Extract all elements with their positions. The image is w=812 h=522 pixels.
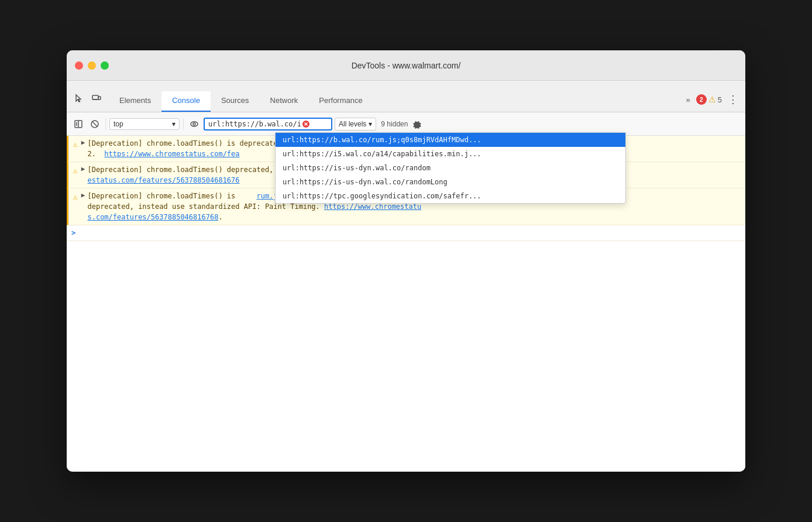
console-prompt: > — [71, 228, 75, 238]
dropdown-arrow: ▾ — [172, 120, 176, 128]
tab-console[interactable]: Console — [161, 91, 211, 112]
filter-input[interactable] — [208, 120, 302, 128]
settings-button[interactable] — [410, 117, 424, 131]
more-options-button[interactable]: ⋮ — [725, 93, 741, 106]
svg-point-8 — [191, 122, 198, 126]
tab-performance[interactable]: Performance — [308, 91, 373, 112]
expand-arrow-2[interactable]: ▶ — [81, 164, 85, 174]
tabs: Elements Console Sources Network Perform… — [109, 91, 373, 112]
warning-icon-1: ⚠ — [73, 139, 78, 150]
svg-rect-1 — [98, 97, 101, 99]
autocomplete-item-4[interactable]: url:https://tpc.googlesyndication.com/sa… — [276, 189, 625, 203]
toolbar-separator-2 — [183, 118, 184, 130]
autocomplete-dropdown: url:https://b.wal.co/rum.js;q0s8mjRVdAHf… — [275, 132, 626, 204]
tab-network[interactable]: Network — [260, 91, 309, 112]
maximize-button[interactable] — [101, 61, 109, 70]
clear-filter-button[interactable] — [302, 120, 310, 128]
eye-icon[interactable] — [187, 117, 201, 131]
window-title: DevTools - www.walmart.com/ — [352, 61, 461, 70]
console-toolbar: top ▾ All levels ▾ 9 hidden — [67, 112, 745, 136]
title-bar: DevTools - www.walmart.com/ — [67, 50, 745, 81]
warning-icon-3: ⚠ — [73, 191, 78, 203]
devtools-window: DevTools - www.walmart.com/ Elements — [67, 50, 745, 472]
tab-bar: Elements Console Sources Network Perform… — [67, 81, 745, 112]
chromestatus-link-1[interactable]: https://www.chromestatus.com/fea — [104, 150, 239, 158]
error-badge: 2 ⚠ 5 — [696, 94, 722, 105]
autocomplete-item-3[interactable]: url:https://is-us-dyn.wal.co/randomLong — [276, 175, 625, 189]
minimize-button[interactable] — [88, 61, 96, 70]
tab-bar-right: » 2 ⚠ 5 ⋮ — [684, 93, 741, 112]
expand-arrow-1[interactable]: ▶ — [81, 138, 85, 148]
tab-elements[interactable]: Elements — [109, 91, 161, 112]
svg-line-7 — [92, 122, 97, 126]
autocomplete-item-2[interactable]: url:https://is-us-dyn.wal.co/random — [276, 161, 625, 175]
cursor-icon[interactable] — [71, 91, 87, 106]
chromestatus-link-2[interactable]: estatus.com/features/563788504681676 — [87, 176, 239, 184]
svg-rect-0 — [92, 95, 98, 99]
block-icon[interactable] — [88, 117, 102, 131]
close-button[interactable] — [75, 61, 83, 70]
device-toggle-icon[interactable] — [89, 91, 104, 106]
console-input-line[interactable]: > — [67, 225, 745, 241]
level-dropdown-arrow: ▾ — [369, 120, 372, 128]
expand-arrow-3[interactable]: ▶ — [81, 191, 85, 201]
chromestatus-link-3[interactable]: https://www.chromestatus.com/features/56… — [87, 202, 421, 221]
filter-input-wrap[interactable] — [204, 118, 332, 130]
more-tabs-button[interactable]: » — [684, 94, 693, 105]
context-selector[interactable]: top ▾ — [109, 118, 180, 130]
tab-sources[interactable]: Sources — [211, 91, 260, 112]
warning-count: 5 — [718, 95, 722, 104]
clear-console-icon[interactable] — [71, 117, 85, 131]
svg-point-9 — [193, 123, 195, 125]
autocomplete-item-0[interactable]: url:https://b.wal.co/rum.js;q0s8mjRVdAHf… — [276, 133, 625, 147]
warning-icon-2: ⚠ — [73, 165, 78, 177]
autocomplete-item-1[interactable]: url:https://i5.wal.co/a14/capabilities.m… — [276, 147, 625, 161]
log-level-selector[interactable]: All levels ▾ — [335, 118, 376, 130]
error-count-badge: 2 — [696, 94, 707, 105]
hidden-count: 9 hidden — [381, 120, 408, 128]
traffic-lights — [75, 61, 109, 70]
warning-icon: ⚠ — [708, 95, 716, 104]
tab-bar-left-icons — [71, 91, 104, 112]
toolbar-separator — [105, 118, 106, 130]
